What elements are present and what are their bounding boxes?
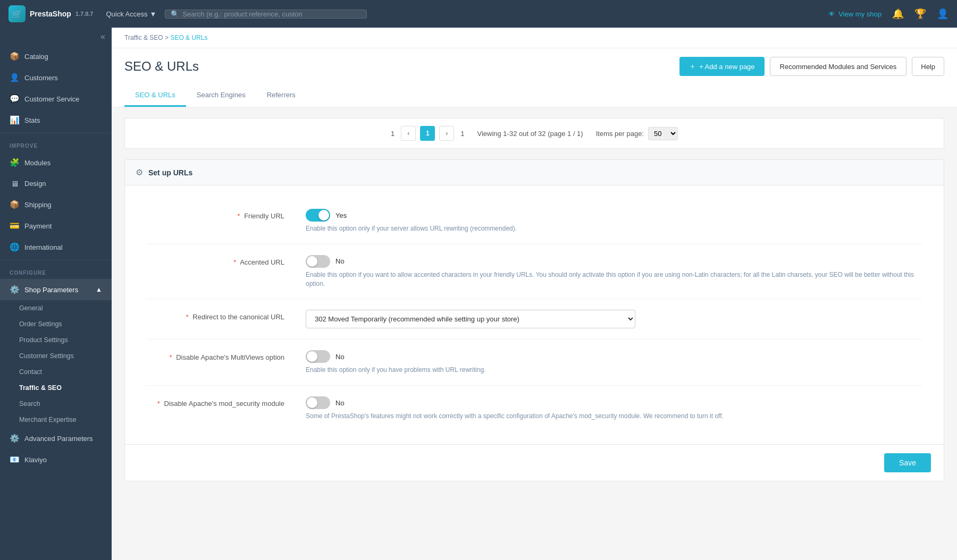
- disable-multiviews-hint: Enable this option only if you have prob…: [306, 366, 922, 375]
- accented-url-control: No Enable this option if you want to all…: [306, 255, 922, 289]
- breadcrumb-separator: >: [165, 34, 170, 41]
- sidebar-sub-item-contact[interactable]: Contact: [0, 364, 112, 380]
- search-input[interactable]: [182, 10, 361, 18]
- disable-multiviews-control: No Enable this option only if you have p…: [306, 350, 922, 375]
- accented-url-label: Accented URL: [240, 258, 284, 266]
- notifications-icon[interactable]: 🔔: [892, 8, 904, 20]
- view-my-shop-link[interactable]: 👁 View my shop: [828, 10, 882, 18]
- required-indicator: *: [157, 400, 160, 408]
- required-indicator: *: [169, 353, 172, 361]
- sidebar-item-design[interactable]: 🖥 Design: [0, 173, 112, 194]
- sidebar-sub-item-product-settings[interactable]: Product Settings: [0, 332, 112, 348]
- sidebar-sub-item-traffic-seo[interactable]: Traffic & SEO: [0, 380, 112, 396]
- sidebar-sub-item-customer-settings[interactable]: Customer Settings: [0, 348, 112, 364]
- disable-multiviews-label: Disable Apache's MultiViews option: [176, 353, 284, 361]
- app-version: 1.7.8.7: [75, 11, 94, 17]
- form-row-disable-mod-security: * Disable Apache's mod_security module N…: [146, 386, 922, 431]
- accented-url-toggle[interactable]: [306, 255, 330, 268]
- pagination-bar: 1 ‹ 1 › 1 Viewing 1-32 out of 32 (page 1…: [124, 118, 944, 149]
- disable-mod-security-toggle[interactable]: [306, 396, 330, 409]
- shipping-icon: 📦: [10, 200, 19, 209]
- search-bar: 🔍: [165, 10, 367, 19]
- add-new-page-button[interactable]: ＋ + Add a new page: [679, 57, 764, 76]
- friendly-url-toggle[interactable]: [306, 209, 330, 222]
- catalog-icon: 📦: [10, 52, 19, 61]
- recommended-modules-button[interactable]: Recommended Modules and Services: [770, 57, 907, 76]
- disable-mod-security-hint: Some of PrestaShop's features might not …: [306, 412, 922, 421]
- sidebar-sub-item-order-settings[interactable]: Order Settings: [0, 316, 112, 332]
- page-header-actions: ＋ + Add a new page Recommended Modules a…: [679, 57, 944, 76]
- klaviyo-icon: 📧: [10, 455, 19, 464]
- account-icon[interactable]: 👤: [937, 8, 948, 20]
- accented-url-value-label: No: [335, 257, 345, 265]
- chevron-down-icon: ▼: [149, 10, 156, 18]
- sidebar-item-catalog[interactable]: 📦 Catalog: [0, 46, 112, 67]
- help-button[interactable]: Help: [912, 57, 944, 76]
- current-page-button[interactable]: 1: [420, 126, 435, 141]
- sidebar-item-modules[interactable]: 🧩 Modules: [0, 152, 112, 173]
- disable-multiviews-toggle[interactable]: [306, 350, 330, 363]
- prev-page-button[interactable]: ‹: [401, 126, 416, 141]
- toggle-knob: [318, 210, 329, 220]
- tab-referrers[interactable]: Referrers: [256, 84, 306, 107]
- modules-icon: 🧩: [10, 158, 19, 167]
- stats-icon: 📊: [10, 115, 19, 125]
- sidebar-sub-item-search[interactable]: Search: [0, 396, 112, 412]
- shop-parameters-icon: ⚙️: [10, 285, 19, 294]
- settings-panel-title: Set up URLs: [148, 168, 192, 177]
- tab-search-engines[interactable]: Search Engines: [186, 84, 256, 107]
- form-row-friendly-url: * Friendly URL Yes Enable this option on…: [146, 198, 922, 244]
- sidebar-item-customers[interactable]: 👤 Customers: [0, 67, 112, 88]
- sidebar-item-payment[interactable]: 💳 Payment: [0, 215, 112, 236]
- settings-gear-icon: ⚙: [136, 167, 143, 177]
- items-per-page: Items per page: 10 20 50 100: [596, 127, 678, 140]
- disable-mod-security-value-label: No: [335, 399, 345, 407]
- page-title: SEO & URLs: [124, 59, 199, 74]
- toggle-knob: [307, 351, 317, 362]
- friendly-url-value-label: Yes: [335, 211, 347, 219]
- form-row-disable-multiviews: * Disable Apache's MultiViews option No …: [146, 340, 922, 386]
- sidebar-sub-item-merchant-expertise[interactable]: Merchant Expertise: [0, 412, 112, 428]
- customers-icon: 👤: [10, 73, 19, 82]
- quick-access-menu[interactable]: Quick Access ▼: [106, 10, 156, 18]
- page-header: SEO & URLs ＋ + Add a new page Recommende…: [112, 48, 957, 107]
- configure-section-label: CONFIGURE: [0, 262, 112, 279]
- sidebar-item-international[interactable]: 🌐 International: [0, 236, 112, 258]
- items-per-page-label: Items per page:: [596, 130, 644, 138]
- trophy-icon[interactable]: 🏆: [914, 8, 926, 20]
- breadcrumb-current[interactable]: SEO & URLs: [170, 34, 207, 41]
- sidebar-toggle[interactable]: «: [0, 28, 112, 46]
- save-button[interactable]: Save: [884, 453, 931, 472]
- disable-mod-security-label: Disable Apache's mod_security module: [164, 400, 285, 408]
- design-icon: 🖥: [10, 179, 19, 188]
- sidebar-sub-item-general[interactable]: General: [0, 300, 112, 316]
- sidebar-item-klaviyo[interactable]: 📧 Klaviyo: [0, 449, 112, 470]
- sidebar-item-customer-service[interactable]: 💬 Customer Service: [0, 88, 112, 109]
- international-icon: 🌐: [10, 242, 19, 252]
- next-page-button[interactable]: ›: [439, 126, 454, 141]
- sidebar-item-stats[interactable]: 📊 Stats: [0, 109, 112, 131]
- app-name: PrestaShop: [30, 10, 71, 18]
- sidebar: « 📦 Catalog 👤 Customers 💬 Customer Servi…: [0, 28, 112, 560]
- tabs: SEO & URLs Search Engines Referrers: [124, 84, 944, 107]
- content-area: 1 ‹ 1 › 1 Viewing 1-32 out of 32 (page 1…: [112, 107, 957, 560]
- redirect-canonical-select[interactable]: No redirection (default) 301 Moved Perma…: [306, 310, 635, 328]
- chevron-up-icon: ▲: [96, 286, 102, 293]
- sidebar-item-advanced-parameters[interactable]: ⚙️ Advanced Parameters: [0, 428, 112, 449]
- settings-panel: ⚙ Set up URLs * Friendly URL: [124, 159, 944, 481]
- disable-multiviews-value-label: No: [335, 353, 345, 361]
- items-per-page-select[interactable]: 10 20 50 100: [648, 127, 678, 140]
- breadcrumb: Traffic & SEO > SEO & URLs: [112, 28, 957, 48]
- redirect-canonical-label: Redirect to the canonical URL: [192, 313, 284, 321]
- tab-seo-urls[interactable]: SEO & URLs: [124, 84, 186, 107]
- friendly-url-control: Yes Enable this option only if your serv…: [306, 209, 922, 233]
- settings-form: * Friendly URL Yes Enable this option on…: [125, 185, 944, 444]
- improve-section-label: IMPROVE: [0, 135, 112, 152]
- sidebar-item-shipping[interactable]: 📦 Shipping: [0, 194, 112, 215]
- accented-url-hint: Enable this option if you want to allow …: [306, 270, 922, 289]
- main-content: Traffic & SEO > SEO & URLs SEO & URLs ＋ …: [112, 28, 957, 560]
- required-indicator: *: [237, 212, 240, 220]
- friendly-url-label: Friendly URL: [244, 212, 284, 220]
- form-row-accented-url: * Accented URL No Enable this option if …: [146, 244, 922, 300]
- sidebar-item-shop-parameters[interactable]: ⚙️ Shop Parameters ▲: [0, 279, 112, 300]
